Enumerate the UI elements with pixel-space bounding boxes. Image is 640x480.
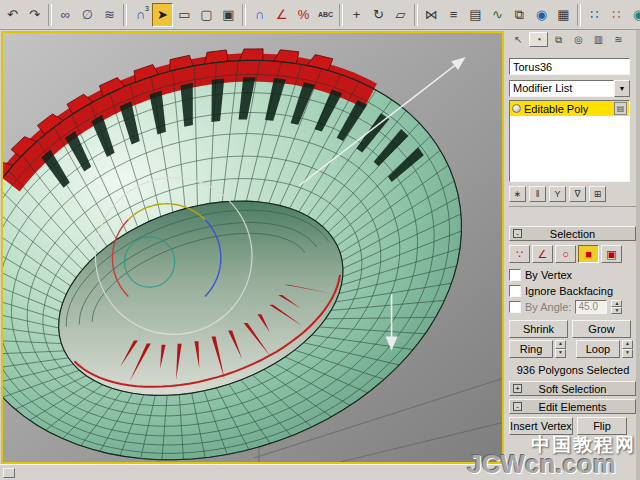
subobject-border-button[interactable]: ○ bbox=[555, 245, 576, 263]
modifier-stack[interactable]: Editable Poly ▤ bbox=[509, 100, 630, 182]
subobject-polygon-button[interactable]: ■ bbox=[578, 245, 599, 263]
ignore-backfacing-checkbox[interactable] bbox=[509, 285, 521, 297]
render-setup-icon[interactable]: ▦ bbox=[553, 3, 574, 27]
material-editor-icon[interactable]: ◉ bbox=[531, 3, 552, 27]
3dsmax-window: ↶↷∞∅≋∩3➤▭▢▣∩∠%ABC+↻▱⋈≡▤∿⧉◉▦∷∷◉View▼◉ bbox=[0, 0, 640, 480]
stack-item-label: Editable Poly bbox=[524, 103, 611, 115]
subobject-vertex-button[interactable]: ∵ bbox=[509, 245, 530, 263]
ring-spinner[interactable]: ▲▼ bbox=[555, 340, 566, 358]
command-panel-tabs: ↖◔⧉◎▥≋ bbox=[509, 32, 637, 48]
loop-spinner[interactable]: ▲▼ bbox=[622, 340, 633, 358]
rollout-soft-selection-header[interactable]: + Soft Selection bbox=[509, 381, 636, 396]
configure-stack-button[interactable]: ⊞ bbox=[589, 186, 606, 202]
curve-editor-icon[interactable]: ∿ bbox=[487, 3, 508, 27]
rollout-edit-elements-title: Edit Elements bbox=[510, 401, 635, 413]
grow-button[interactable]: Grow bbox=[572, 320, 631, 338]
subobject-element-button[interactable]: ▣ bbox=[601, 245, 622, 263]
command-panel: ↖◔⧉◎▥≋ Modifier List ▼ Editable Poly ▤ ∗… bbox=[505, 30, 640, 480]
toolbar-separator bbox=[242, 4, 246, 26]
make-unique-button[interactable]: Y bbox=[549, 186, 566, 202]
schematic-view-icon[interactable]: ⧉ bbox=[509, 3, 530, 27]
percent-snap-icon[interactable]: % bbox=[293, 3, 314, 27]
viewport-canvas[interactable] bbox=[3, 33, 502, 462]
track-bar bbox=[0, 464, 505, 480]
select-by-name-icon[interactable]: ▭ bbox=[174, 3, 195, 27]
ignore-backfacing-label: Ignore Backfacing bbox=[525, 285, 613, 297]
toolbar-icons: ↶↷∞∅≋∩3➤▭▢▣∩∠%ABC+↻▱⋈≡▤∿⧉◉▦∷∷◉View▼◉ bbox=[2, 3, 638, 27]
subobject-edge-button[interactable]: ∠ bbox=[532, 245, 553, 263]
stack-row-icon[interactable]: ▤ bbox=[614, 102, 627, 115]
mirror-icon[interactable]: ⋈ bbox=[421, 3, 442, 27]
modifier-list-dropdown[interactable]: Modifier List ▼ bbox=[509, 80, 630, 97]
layers-icon[interactable]: ▤ bbox=[465, 3, 486, 27]
rotate-icon[interactable]: ↻ bbox=[368, 3, 389, 27]
magnet-snap-icon[interactable]: ∩ bbox=[249, 3, 270, 27]
bind-spacewarp-icon[interactable]: ≋ bbox=[99, 3, 120, 27]
remove-modifier-button[interactable]: ∇ bbox=[569, 186, 586, 202]
select-and-link-icon[interactable]: ∞ bbox=[55, 3, 76, 27]
trackbar-button[interactable] bbox=[3, 468, 15, 478]
subobject-mode-row: ∵∠○■▣ bbox=[509, 245, 637, 263]
redo-icon[interactable]: ↷ bbox=[24, 3, 45, 27]
toolbar-separator bbox=[48, 4, 52, 26]
toolbar-separator bbox=[414, 4, 418, 26]
by-vertex-row[interactable]: By Vertex bbox=[509, 268, 637, 281]
object-name-field[interactable] bbox=[509, 58, 630, 75]
collapse-minus-icon[interactable]: - bbox=[513, 402, 522, 411]
loop-button[interactable]: Loop bbox=[576, 340, 620, 358]
rollout-selection-title: Selection bbox=[510, 228, 635, 240]
pin-stack-button[interactable]: ∗ bbox=[509, 186, 526, 202]
abc-sort-icon[interactable]: ABC bbox=[315, 3, 336, 27]
by-angle-row: By Angle: 45.0 ▲▼ bbox=[509, 300, 637, 313]
render-type-icon[interactable]: ◉ bbox=[628, 3, 640, 27]
scale-icon[interactable]: ▱ bbox=[390, 3, 411, 27]
snap-toggle-icon[interactable]: ∩3 bbox=[130, 3, 151, 27]
undo-icon[interactable]: ↶ bbox=[2, 3, 23, 27]
show-end-result-button[interactable]: ‖ bbox=[529, 186, 546, 202]
main-toolbar: ↶↷∞∅≋∩3➤▭▢▣∩∠%ABC+↻▱⋈≡▤∿⧉◉▦∷∷◉View▼◉ bbox=[0, 0, 640, 30]
by-angle-value-field: 45.0 bbox=[575, 300, 607, 314]
rollout-selection-header[interactable]: - Selection bbox=[509, 226, 636, 241]
named-selection-icon[interactable]: ∷ bbox=[584, 3, 605, 27]
crossing-select-icon[interactable]: ▣ bbox=[218, 3, 239, 27]
select-object-icon[interactable]: ➤ bbox=[152, 3, 173, 27]
collapse-plus-icon[interactable]: + bbox=[513, 384, 522, 393]
collapse-minus-icon[interactable]: - bbox=[513, 229, 522, 238]
unlink-icon[interactable]: ∅ bbox=[77, 3, 98, 27]
by-angle-checkbox bbox=[509, 301, 521, 313]
tab-display[interactable]: ▥ bbox=[589, 32, 608, 47]
perspective-viewport[interactable] bbox=[1, 31, 504, 464]
tab-create[interactable]: ↖ bbox=[509, 32, 528, 47]
tab-utilities[interactable]: ≋ bbox=[609, 32, 628, 47]
flip-button[interactable]: Flip bbox=[577, 417, 627, 435]
move-icon[interactable]: + bbox=[346, 3, 367, 27]
toolbar-separator bbox=[577, 4, 581, 26]
rollout-soft-selection-title: Soft Selection bbox=[510, 383, 635, 395]
stack-tools-row: ∗‖Y∇⊞ bbox=[509, 186, 637, 207]
insert-vertex-button[interactable]: Insert Vertex bbox=[509, 417, 573, 435]
tab-hierarchy[interactable]: ⧉ bbox=[549, 32, 568, 47]
chevron-down-icon[interactable]: ▼ bbox=[614, 80, 630, 97]
ring-button[interactable]: Ring bbox=[509, 340, 553, 358]
toolbar-separator bbox=[339, 4, 343, 26]
tab-motion[interactable]: ◎ bbox=[569, 32, 588, 47]
track-dots-icon[interactable]: ∷ bbox=[606, 3, 627, 27]
angle-snap-icon[interactable]: ∠ bbox=[271, 3, 292, 27]
by-vertex-label: By Vertex bbox=[525, 269, 572, 281]
panel-scrollbar[interactable] bbox=[636, 30, 640, 480]
tab-modify[interactable]: ◔ bbox=[529, 32, 548, 47]
toolbar-separator bbox=[123, 4, 127, 26]
modifier-list-label: Modifier List bbox=[509, 80, 614, 97]
stack-item-editable-poly[interactable]: Editable Poly ▤ bbox=[510, 101, 629, 116]
visibility-bulb-icon[interactable] bbox=[512, 104, 521, 113]
align-icon[interactable]: ≡ bbox=[443, 3, 464, 27]
region-select-icon[interactable]: ▢ bbox=[196, 3, 217, 27]
by-angle-spinner: ▲▼ bbox=[611, 300, 622, 314]
by-vertex-checkbox[interactable] bbox=[509, 269, 521, 281]
ignore-backfacing-row[interactable]: Ignore Backfacing bbox=[509, 284, 637, 297]
shrink-button[interactable]: Shrink bbox=[509, 320, 568, 338]
rollout-edit-elements-header[interactable]: - Edit Elements bbox=[509, 399, 636, 414]
by-angle-label: By Angle: bbox=[525, 301, 571, 313]
selection-status: 936 Polygons Selected bbox=[509, 364, 637, 376]
